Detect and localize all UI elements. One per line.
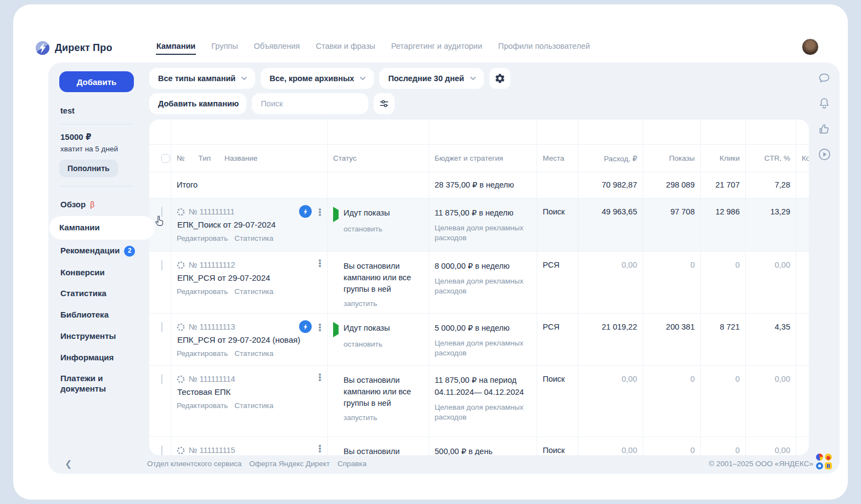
collapse-sidebar-button[interactable]: ❮ — [65, 458, 76, 469]
add-button[interactable]: Добавить — [59, 71, 134, 92]
sidebar-item-recommendations[interactable]: Рекомендации 2 — [59, 240, 145, 262]
app-window: Директ Про Кампании Группы Объявления Ст… — [13, 4, 848, 500]
campaign-name[interactable]: ЕПК_РСЯ от 29-07-2024 (новая) — [177, 335, 322, 344]
tab-user-profiles[interactable]: Профили пользователей — [498, 33, 590, 55]
table-settings-button[interactable] — [489, 68, 510, 89]
row-menu-button[interactable]: ••• — [316, 258, 324, 267]
row-checkbox[interactable] — [161, 322, 162, 332]
col-name[interactable]: Название — [224, 154, 257, 162]
panel-footer: ❮ Отдел клиентского сервиса Оферта Яндек… — [48, 455, 840, 474]
tab-bids-phrases[interactable]: Ставки и фразы — [315, 33, 375, 55]
col-number[interactable]: № — [177, 154, 184, 162]
logo[interactable]: Директ Про — [35, 33, 132, 55]
sidebar-item-information[interactable]: Информация — [59, 347, 145, 369]
campaign-number: № 111111112 — [189, 261, 235, 269]
divider — [59, 186, 134, 186]
client-service-link[interactable]: Отдел клиентского сервиса — [147, 460, 241, 468]
col-budget[interactable]: Бюджет и стратегия — [435, 154, 503, 162]
sidebar-item-tools[interactable]: Инструменты — [59, 326, 145, 347]
user-avatar[interactable] — [802, 38, 819, 55]
yandex-service-icon — [816, 454, 823, 461]
thumbs-up-icon[interactable] — [817, 122, 831, 136]
edit-link[interactable]: Редактировать — [177, 234, 228, 242]
tab-retargeting[interactable]: Ретаргетинг и аудитории — [391, 33, 483, 55]
sidebar-item-overview[interactable]: Обзор β — [59, 194, 145, 216]
col-places[interactable]: Места — [543, 154, 564, 162]
row-checkbox[interactable] — [161, 445, 162, 455]
start-action-link[interactable]: запустить — [344, 299, 423, 308]
row-checkbox[interactable] — [161, 374, 162, 384]
boost-badge[interactable] — [299, 320, 312, 333]
campaign-type-filter[interactable]: Все типы кампаний — [149, 68, 255, 89]
row-menu-button[interactable]: ••• — [316, 207, 324, 216]
date-range-filter[interactable]: Последние 30 дней — [379, 68, 483, 89]
sidebar-item-campaigns[interactable]: Кампании — [49, 216, 155, 240]
sidebar-item-statistics[interactable]: Статистика — [59, 283, 145, 304]
topup-button[interactable]: Пополнить — [59, 160, 118, 177]
budget-value: 5 000,00 ₽ в неделю — [435, 322, 531, 335]
campaign-type-icon — [177, 375, 185, 383]
boost-badge[interactable] — [299, 205, 312, 218]
edit-link[interactable]: Редактировать — [177, 401, 228, 410]
recommendations-count-badge: 2 — [124, 246, 135, 257]
right-icon-rail — [809, 63, 840, 455]
strategy-label: Целевая доля рекламных расходов — [435, 223, 531, 243]
row-menu-button[interactable]: ••• — [316, 322, 324, 331]
campaigns-table: № Тип Название Статус Бюджет и стратегия… — [149, 120, 809, 455]
col-impressions[interactable]: Показы — [669, 154, 695, 162]
campaign-name[interactable]: Тестовая ЕПК — [177, 387, 322, 397]
start-action-link[interactable]: запустить — [344, 414, 423, 422]
campaign-name[interactable]: ЕПК_РСЯ от 29-07-2024 — [177, 273, 322, 282]
tab-campaigns[interactable]: Кампании — [156, 33, 196, 55]
search-input[interactable] — [252, 93, 368, 114]
stop-action-link[interactable]: остановить — [344, 340, 423, 348]
col-clicks[interactable]: Клики — [719, 154, 740, 162]
sidebar-item-conversions[interactable]: Конверсии — [59, 262, 145, 284]
yandex-service-icon — [825, 454, 832, 461]
main-content: Все типы кампаний Все, кроме архивных По… — [145, 63, 809, 455]
totals-budget: 28 375,00 ₽ в неделю — [435, 180, 514, 189]
stop-action-link[interactable]: остановить — [344, 225, 423, 233]
row-menu-button[interactable]: ••• — [316, 372, 324, 381]
row-checkbox[interactable] — [161, 260, 162, 270]
sidebar-item-library[interactable]: Библиотека — [59, 304, 145, 326]
sliders-icon — [379, 98, 390, 109]
balance-amount: 15000 ₽ — [60, 132, 145, 142]
col-ctr[interactable]: CTR, % — [764, 154, 790, 162]
play-circle-icon[interactable] — [817, 147, 832, 162]
campaign-name[interactable]: ЕПК_Поиск от 29-07-2024 — [177, 220, 322, 229]
add-campaign-button[interactable]: Добавить кампанию — [149, 93, 246, 114]
tab-groups[interactable]: Группы — [211, 33, 238, 55]
select-all-checkbox[interactable] — [161, 154, 170, 163]
filter-bar: Все типы кампаний Все, кроме архивных По… — [149, 68, 809, 89]
table-header-row: № Тип Название Статус Бюджет и стратегия… — [149, 145, 809, 172]
statistics-link[interactable]: Статистика — [234, 234, 273, 242]
statistics-link[interactable]: Статистика — [234, 349, 273, 358]
status-text: Идут показы — [344, 207, 390, 220]
advanced-filters-button[interactable] — [374, 93, 395, 114]
logo-text: Директ Про — [55, 42, 112, 54]
account-name[interactable]: test — [60, 106, 145, 115]
tab-ads[interactable]: Объявления — [254, 33, 301, 55]
row-menu-button[interactable]: ••• — [316, 444, 324, 452]
direct-pro-logo-icon — [35, 41, 50, 55]
totals-impressions: 298 089 — [666, 180, 695, 189]
statistics-link[interactable]: Статистика — [234, 401, 273, 410]
offer-link[interactable]: Оферта Яндекс Директ — [249, 460, 330, 468]
sidebar-item-payments[interactable]: Платежи и документы — [59, 368, 145, 400]
campaign-number: № 111111115 — [189, 446, 235, 455]
col-status[interactable]: Статус — [333, 154, 357, 162]
bell-icon[interactable] — [817, 97, 831, 111]
edit-link[interactable]: Редактировать — [177, 287, 228, 296]
workspace-panel: Добавить test 15000 ₽ хватит на 5 дней П… — [48, 63, 840, 474]
places-value: РСЯ — [543, 322, 559, 331]
chat-icon[interactable] — [817, 71, 831, 86]
statistics-link[interactable]: Статистика — [234, 287, 273, 296]
archive-state-filter[interactable]: Все, кроме архивных — [261, 68, 374, 89]
col-cost[interactable]: Расход, ₽ — [604, 154, 637, 163]
help-link[interactable]: Справка — [337, 460, 367, 468]
lightning-icon — [302, 324, 309, 330]
col-type[interactable]: Тип — [198, 154, 211, 162]
edit-link[interactable]: Редактировать — [177, 349, 228, 358]
col-conversions[interactable]: Конверсии — [802, 154, 809, 162]
